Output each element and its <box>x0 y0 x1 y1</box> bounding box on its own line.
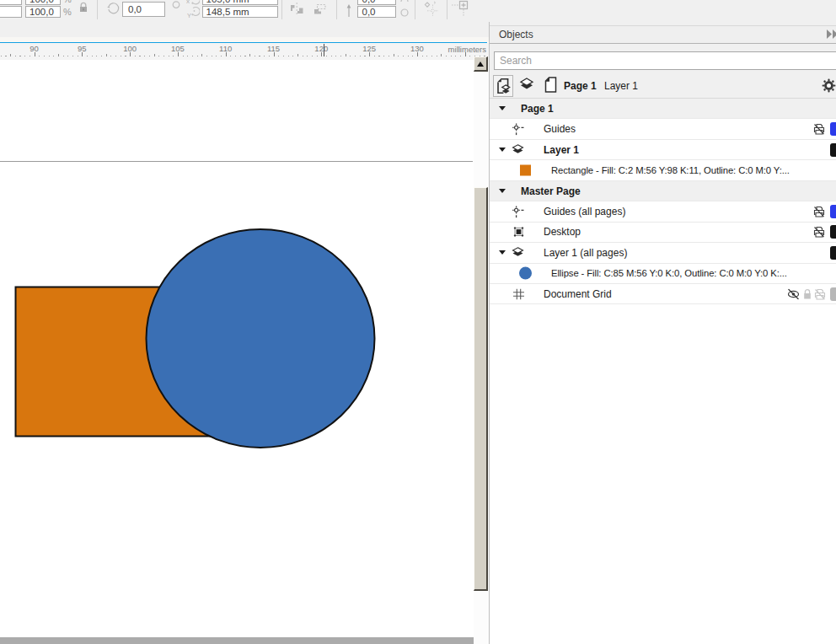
tree-row-desktop[interactable]: Desktop <box>490 223 836 243</box>
view-layers-button[interactable] <box>519 78 534 92</box>
search-placeholder: Search <box>500 55 532 67</box>
tree-row-guides[interactable]: Guides <box>490 119 836 139</box>
printer-off-icon[interactable] <box>813 123 825 135</box>
bottom-scrollbar-strip[interactable] <box>0 637 474 644</box>
tree-row-layer1[interactable]: Layer 1 <box>490 140 836 160</box>
layers-icon <box>519 78 534 92</box>
scroll-up-arrow-icon <box>477 62 484 67</box>
desktop-icon <box>513 227 524 238</box>
rectangle-label: Rectangle - Fill: C:2 M:56 Y:98 K:11, Ou… <box>551 165 790 175</box>
layer-icon <box>512 247 524 259</box>
guides-icon <box>512 123 525 136</box>
layer1-all-pages-label: Layer 1 (all pages) <box>544 247 627 259</box>
tree-row-layer1-all[interactable]: Layer 1 (all pages) <box>490 243 836 263</box>
tree-row-master-page[interactable]: Master Page <box>490 181 836 201</box>
layer-color-bar[interactable] <box>830 287 836 301</box>
layer-color-bar[interactable] <box>830 225 836 239</box>
tree-row-page1[interactable]: Page 1 <box>490 99 836 119</box>
layer-color-bar[interactable] <box>830 246 836 260</box>
guides-all-pages-label: Guides (all pages) <box>544 206 625 217</box>
active-layer-label: Layer 1 <box>604 80 638 92</box>
active-page-label: Page 1 <box>564 80 597 92</box>
ellipse-swatch <box>519 267 532 280</box>
master-page-label: Master Page <box>521 185 581 197</box>
layer1-label: Layer 1 <box>544 144 579 156</box>
eye-off-icon[interactable] <box>787 288 800 299</box>
expand-arrow-icon[interactable] <box>499 189 506 193</box>
document-grid-label: Document Grid <box>544 288 612 300</box>
objects-tree: Page 1 Guides Layer 1 Rectangle - Fill: … <box>490 99 836 644</box>
docker-settings-button[interactable] <box>822 78 836 93</box>
canvas-shapes <box>0 0 473 637</box>
scroll-up-button[interactable] <box>474 56 488 72</box>
docker-header: Objects <box>490 25 836 45</box>
pages-layers-objects-icon <box>494 76 512 96</box>
page1-label: Page 1 <box>521 103 554 115</box>
guides-icon <box>512 205 525 217</box>
printer-off-icon[interactable] <box>813 206 825 217</box>
grid-icon <box>513 288 524 299</box>
guides-label: Guides <box>544 123 576 135</box>
expand-arrow-icon[interactable] <box>499 250 506 255</box>
lock-icon[interactable] <box>802 288 812 299</box>
printer-off-disabled-icon[interactable] <box>814 288 826 300</box>
expand-arrow-icon[interactable] <box>499 148 506 152</box>
gear-icon <box>822 78 836 93</box>
ellipse-shape[interactable] <box>147 229 375 448</box>
desktop-label: Desktop <box>544 226 581 238</box>
page-icon <box>544 77 557 93</box>
view-pages-button[interactable] <box>544 77 557 93</box>
view-pages-layers-objects-button[interactable] <box>493 75 513 97</box>
docker-collapse-icon[interactable] <box>827 30 836 40</box>
tree-row-guides-all[interactable]: Guides (all pages) <box>490 201 836 222</box>
layer-icon <box>512 144 524 156</box>
ellipse-label: Ellipse - Fill: C:85 M:56 Y:0 K:0, Outli… <box>551 268 787 278</box>
printer-off-icon[interactable] <box>813 226 825 238</box>
vertical-scrollbar-thumb[interactable] <box>474 187 488 591</box>
tree-row-document-grid[interactable]: Document Grid <box>490 284 836 304</box>
rectangle-swatch <box>520 165 531 176</box>
layer-color-bar[interactable] <box>830 122 836 136</box>
tree-row-ellipse[interactable]: Ellipse - Fill: C:85 M:56 Y:0 K:0, Outli… <box>490 264 836 284</box>
docker-title: Objects <box>499 29 533 40</box>
search-input[interactable]: Search <box>494 51 836 70</box>
tree-row-rectangle[interactable]: Rectangle - Fill: C:2 M:56 Y:98 K:11, Ou… <box>490 160 836 180</box>
layer-color-bar[interactable] <box>830 205 836 218</box>
layer-color-bar[interactable] <box>830 143 836 157</box>
expand-arrow-icon[interactable] <box>499 106 506 110</box>
docker-toolbar <box>490 70 836 99</box>
